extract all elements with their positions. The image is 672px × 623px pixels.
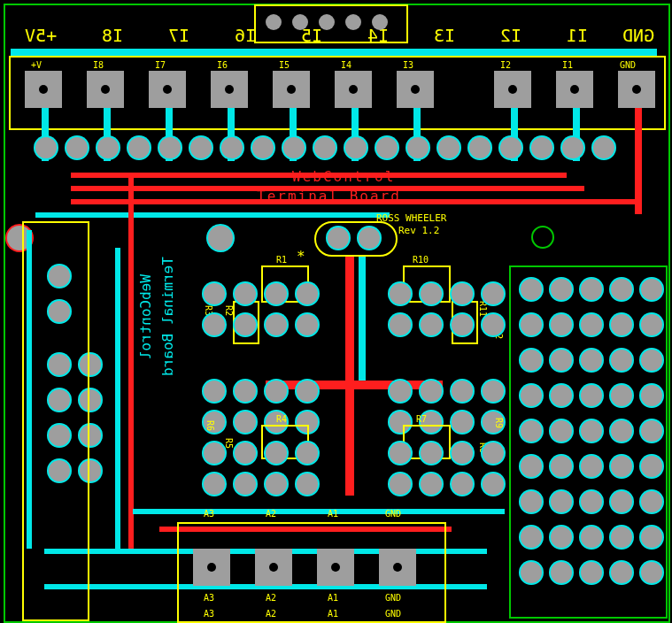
pad: [297, 442, 318, 464]
pad: [252, 137, 274, 158]
proto-pad: [641, 420, 662, 442]
trace: [635, 108, 642, 214]
pad: [452, 473, 473, 495]
proto-pad: [521, 491, 542, 512]
pad: [421, 314, 442, 335]
proto-pad: [611, 562, 632, 583]
term-lbl: GND: [385, 593, 401, 603]
terminal-pad: [211, 71, 248, 108]
proto-pad: [581, 491, 602, 512]
r4-label: R4: [276, 414, 287, 424]
proto-pad: [581, 385, 602, 406]
terminal-pad: [379, 549, 416, 586]
proto-pad: [581, 350, 602, 371]
term-lbl: I8: [93, 60, 104, 70]
proto-pad: [641, 385, 662, 406]
r5-label: R5: [224, 438, 234, 449]
terminal-pad: [193, 549, 230, 586]
pad: [390, 283, 411, 304]
term-lbl: I5: [279, 60, 290, 70]
pad: [266, 283, 287, 304]
pad: [359, 227, 380, 249]
top-label-i2: I2: [500, 25, 521, 46]
terminal-pad: [317, 549, 354, 586]
board-title2: Terminal Board: [257, 188, 401, 204]
proto-pad: [611, 314, 632, 335]
proto-pad: [611, 491, 632, 512]
trace: [128, 177, 134, 549]
pad: [97, 137, 119, 158]
proto-pad: [641, 491, 662, 512]
pad: [483, 442, 504, 464]
plane-top: [11, 49, 657, 56]
terminal-pad: [149, 71, 186, 108]
pad: [204, 442, 225, 464]
proto-pad: [551, 562, 572, 583]
proto-pad: [521, 350, 542, 371]
board-title1: WebControl: [292, 168, 395, 185]
proto-pad: [521, 314, 542, 335]
proto-pad: [521, 456, 542, 477]
proto-pad: [551, 314, 572, 335]
pad: [390, 442, 411, 464]
term-lbl: A2: [266, 509, 276, 519]
side-title1: WebControl: [137, 274, 154, 359]
proto-pad: [581, 420, 602, 442]
pad: [376, 137, 398, 158]
trace: [359, 257, 366, 389]
revision: Rev 1.2: [398, 225, 439, 236]
pad: [235, 473, 256, 495]
pad: [469, 137, 490, 158]
pad: [266, 381, 287, 402]
header-pin: [345, 14, 361, 30]
pad: [421, 283, 442, 304]
proto-pad: [521, 279, 542, 300]
proto-pad: [551, 350, 572, 371]
top-label-gnd: GND: [622, 25, 654, 46]
asterisk: *: [297, 248, 305, 265]
r2-label: R2: [224, 305, 234, 316]
proto-pad: [521, 562, 542, 583]
terminal-pad: [397, 71, 434, 108]
pad: [452, 411, 473, 433]
pad: [345, 137, 367, 158]
pad: [562, 137, 583, 158]
proto-pad: [551, 456, 572, 477]
term-lbl: A3: [204, 593, 214, 603]
pad: [531, 137, 552, 158]
pcb-board: GND I1 I2 I3 I4 I5 I6 I7 I8 +5V +V I8 I7…: [0, 0, 672, 623]
pad: [483, 473, 504, 495]
proto-pad: [611, 385, 632, 406]
r7-label: R7: [416, 414, 427, 424]
pad: [500, 137, 521, 158]
pad: [297, 283, 318, 304]
proto-pad: [551, 385, 572, 406]
pad: [235, 283, 256, 304]
pad: [390, 473, 411, 495]
proto-pad: [641, 562, 662, 583]
silk-label: GND: [385, 609, 401, 619]
trace: [345, 257, 354, 496]
terminal-pad: [335, 71, 372, 108]
pad: [421, 381, 442, 402]
trace: [266, 381, 443, 389]
side-title2: Terminal Board: [159, 257, 176, 376]
proto-pad: [581, 456, 602, 477]
pad: [452, 283, 473, 304]
pad: [221, 137, 243, 158]
pad: [204, 283, 225, 304]
pad: [35, 137, 57, 158]
proto-pad: [551, 420, 572, 442]
header-pin: [292, 14, 308, 30]
proto-pad: [581, 314, 602, 335]
r1-label: R1: [276, 255, 287, 265]
proto-pad: [611, 456, 632, 477]
term-lbl: +V: [31, 60, 42, 70]
terminal-pad: [87, 71, 124, 108]
pad: [297, 314, 318, 335]
mounting-hole: [531, 226, 554, 249]
top-label-i1: I1: [567, 25, 588, 46]
pad: [159, 137, 181, 158]
proto-pad: [641, 279, 662, 300]
proto-pad: [521, 420, 542, 442]
